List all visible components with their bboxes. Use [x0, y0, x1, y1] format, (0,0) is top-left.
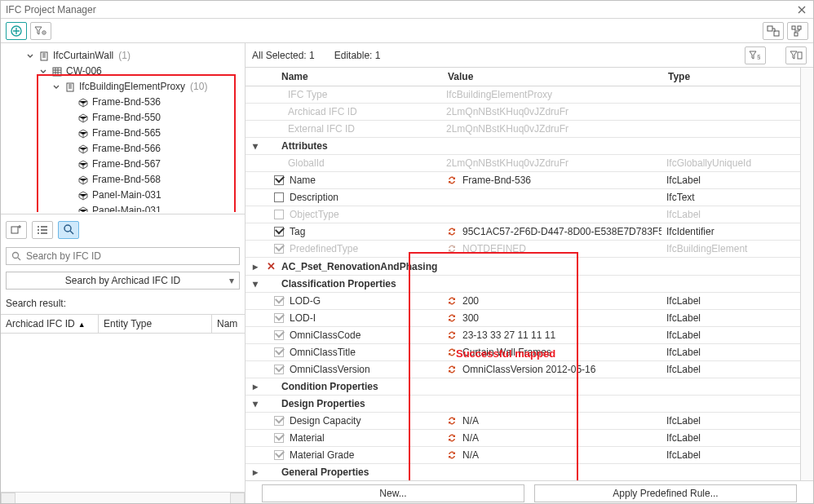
- prop-row[interactable]: Description IfcText: [246, 189, 813, 206]
- sync-icon: [446, 416, 458, 426]
- prop-row[interactable]: GlobalId 2LmQnNBstKHuq0vJZdruFr IfcGloba…: [246, 155, 813, 172]
- object-icon: [77, 113, 89, 124]
- checkbox[interactable]: [274, 192, 284, 202]
- prop-row: Archicad IFC ID 2LmQnNBstKHuq0vJZdruFr: [246, 104, 813, 121]
- prop-row[interactable]: Tag 95C1AC57-2F6D-D447-8D00-E538E7D783F5…: [246, 223, 813, 241]
- chevron-down-icon[interactable]: [38, 67, 48, 77]
- tree-leaf[interactable]: Panel-Main-031: [1, 188, 241, 203]
- search-icon: [64, 224, 74, 235]
- checkbox[interactable]: [274, 433, 284, 443]
- checkbox[interactable]: [274, 175, 284, 185]
- checkbox: [274, 244, 284, 254]
- col-archicad-ifc-id[interactable]: Archicad IFC ID▲: [1, 315, 99, 333]
- chevron-right-icon[interactable]: ▸: [250, 467, 260, 477]
- checkbox[interactable]: [274, 296, 284, 306]
- tree-leaf[interactable]: Frame-Bnd-566: [1, 141, 241, 157]
- col-entity-type[interactable]: Entity Type: [99, 315, 212, 333]
- checkbox[interactable]: [274, 347, 284, 357]
- group-condition[interactable]: ▸Condition Properties: [246, 378, 813, 396]
- tree-leaf-label: Panel-Main-031: [92, 188, 161, 203]
- prop-row[interactable]: Design Capacity N/A IfcLabel: [246, 413, 813, 430]
- tree-leaf-label: Frame-Bnd-568: [92, 172, 161, 188]
- window-close-button[interactable]: [795, 3, 808, 16]
- th-type[interactable]: Type: [661, 68, 813, 86]
- right-footer: New... Apply Predefined Rule...: [246, 480, 813, 504]
- object-icon: [77, 144, 89, 155]
- object-icon: [77, 159, 89, 170]
- tree-node-ifccurtainwall[interactable]: IfcCurtainWall (1): [1, 48, 241, 64]
- tree-leaf[interactable]: Panel-Main-031: [1, 203, 241, 212]
- left-panel: IfcCurtainWall (1) CW-006 IfcB: [1, 43, 246, 504]
- svg-rect-13: [11, 227, 18, 233]
- th-value[interactable]: Value: [441, 68, 661, 86]
- prop-row[interactable]: OmniClassCode 23-13 33 27 11 11 11 IfcLa…: [246, 327, 813, 344]
- filter-view-button[interactable]: [30, 22, 51, 40]
- tree-leaf[interactable]: Frame-Bnd-567: [1, 157, 241, 172]
- checkbox[interactable]: [274, 365, 284, 374]
- group-design[interactable]: ▾Design Properties: [246, 396, 813, 413]
- search-by-dropdown[interactable]: Search by Archicad IFC ID ▾: [6, 272, 240, 290]
- group-classification[interactable]: ▾Classification Properties: [246, 276, 813, 293]
- prop-row[interactable]: Material Grade N/A IfcLabel: [246, 447, 813, 464]
- element-tree[interactable]: IfcCurtainWall (1) CW-006 IfcB: [1, 43, 245, 212]
- tree-leaf[interactable]: Frame-Bnd-550: [1, 110, 241, 126]
- search-result-label: Search result:: [1, 293, 245, 314]
- chevron-down-icon[interactable]: [51, 82, 61, 92]
- prop-row[interactable]: OmniClassVersion OmniClassVersion 2012-0…: [246, 361, 813, 378]
- tree-leaf[interactable]: Frame-Bnd-536: [1, 95, 241, 110]
- group-attributes[interactable]: ▾Attributes: [246, 138, 813, 155]
- checkbox[interactable]: [274, 450, 284, 460]
- prop-row[interactable]: LOD-I 300 IfcLabel: [246, 310, 813, 327]
- tree-node-proxy[interactable]: IfcBuildingElementProxy (10): [1, 79, 241, 95]
- checkbox[interactable]: [274, 330, 284, 340]
- remove-icon[interactable]: ✕: [267, 260, 276, 272]
- prop-row[interactable]: LOD-G 200 IfcLabel: [246, 293, 813, 310]
- close-icon: [798, 6, 806, 14]
- plus-circle-icon: [11, 25, 22, 37]
- tree-node-cw006[interactable]: CW-006: [1, 64, 241, 79]
- filter-section-button[interactable]: §: [745, 46, 766, 64]
- prop-row[interactable]: Material N/A IfcLabel: [246, 430, 813, 447]
- new-button[interactable]: New...: [262, 484, 524, 502]
- checkbox[interactable]: [274, 227, 284, 237]
- apply-rule-button[interactable]: Apply Predefined Rule...: [534, 484, 797, 502]
- add-button[interactable]: [6, 22, 27, 40]
- funnel-doc-icon: [790, 51, 803, 60]
- svg-point-2: [43, 32, 45, 33]
- col-name-trunc[interactable]: Nam: [212, 315, 245, 333]
- funnel-section-icon: §: [749, 51, 762, 60]
- find-button[interactable]: [58, 221, 79, 239]
- prop-row[interactable]: ObjectType IfcLabel: [246, 206, 813, 223]
- sync-icon: [446, 244, 458, 254]
- chevron-right-icon[interactable]: ▸: [250, 262, 260, 272]
- checkbox[interactable]: [274, 416, 284, 426]
- building-icon: [64, 82, 76, 93]
- building-icon: [38, 51, 50, 62]
- search-input[interactable]: [6, 247, 240, 265]
- chevron-right-icon[interactable]: ▸: [250, 382, 260, 391]
- prop-row[interactable]: OmniClassTitle Curtain Wall Frames IfcLa…: [246, 344, 813, 361]
- v-scrollbar[interactable]: [800, 68, 813, 480]
- window-titlebar: IFC Project Manager: [1, 1, 813, 19]
- tree-leaf[interactable]: Frame-Bnd-565: [1, 126, 241, 141]
- chevron-down-icon[interactable]: ▾: [250, 141, 260, 151]
- link-elements-button[interactable]: [763, 22, 784, 40]
- group-general[interactable]: ▸General Properties: [246, 464, 813, 481]
- checkbox[interactable]: [274, 313, 284, 323]
- chevron-down-icon[interactable]: [25, 51, 35, 61]
- chevron-down-icon[interactable]: ▾: [250, 279, 260, 289]
- h-scrollbar[interactable]: [1, 492, 245, 504]
- group-pset-renov[interactable]: ▸✕AC_Pset_RenovationAndPhasing: [246, 258, 813, 276]
- add-element-button[interactable]: [6, 221, 27, 239]
- search-field[interactable]: [24, 250, 234, 263]
- prop-row[interactable]: Name Frame-Bnd-536 IfcLabel: [246, 172, 813, 189]
- chevron-down-icon[interactable]: ▾: [250, 399, 260, 409]
- tree-mode-button[interactable]: [787, 22, 808, 40]
- prop-row[interactable]: PredefinedType NOTDEFINED IfcBuildingEle…: [246, 241, 813, 258]
- th-name[interactable]: Name: [246, 68, 441, 86]
- tree-leaf[interactable]: Frame-Bnd-568: [1, 172, 241, 188]
- toolbar-group-right: [763, 22, 808, 40]
- list-view-button[interactable]: [32, 221, 53, 239]
- filter-doc-button[interactable]: [785, 46, 807, 64]
- add-shape-icon: [11, 224, 22, 236]
